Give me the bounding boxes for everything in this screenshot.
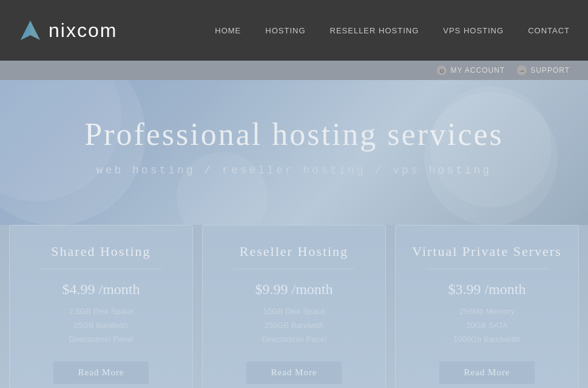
reseller-read-more-button[interactable]: Read More: [246, 361, 342, 384]
svg-marker-1: [21, 21, 30, 40]
shared-feature-2: 25GB Bandwith: [25, 321, 177, 330]
vps-divider: [426, 269, 548, 269]
sub-navbar: ☺ MY ACCOUNT → SUPPORT: [0, 61, 588, 80]
reseller-feature-2: 250GB Bandwith: [218, 321, 370, 330]
person-icon: ☺: [437, 65, 447, 75]
logo-icon: [18, 18, 42, 42]
support-link[interactable]: → SUPPORT: [517, 65, 570, 75]
shared-feature-1: 2.5GB Disk Space: [25, 307, 177, 316]
reseller-feature-1: 10GB Disk Space: [218, 307, 370, 316]
nav-hosting[interactable]: HOSTING: [265, 26, 305, 35]
vps-title: Virtual Private Servers: [411, 244, 563, 259]
vps-feature-2: 20GB SATA: [411, 321, 563, 330]
logo[interactable]: nixcom: [18, 18, 117, 42]
reseller-hosting-title: Reseller Hosting: [218, 244, 370, 259]
cards-grid: Shared Hosting $4.99 /month 2.5GB Disk S…: [9, 225, 579, 388]
reseller-divider: [233, 269, 355, 269]
vps-price: $3.99 /month: [411, 281, 563, 298]
my-account-link[interactable]: ☺ MY ACCOUNT: [437, 65, 505, 75]
nav-links: HOME HOSTING RESELLER HOSTING VPS HOSTIN…: [215, 26, 570, 35]
vps-read-more-button[interactable]: Read More: [439, 361, 535, 384]
reseller-feature-3: Directadmin Panel: [218, 335, 370, 344]
nav-reseller-hosting[interactable]: RESELLER HOSTING: [330, 26, 419, 35]
cards-section: Shared Hosting $4.99 /month 2.5GB Disk S…: [0, 225, 588, 388]
hero-section: Professional hosting services web hostin…: [0, 80, 588, 225]
vps-card: Virtual Private Servers $3.99 /month 256…: [395, 225, 579, 388]
shared-price: $4.99 /month: [25, 281, 177, 298]
nav-contact[interactable]: CONTACT: [528, 26, 570, 35]
vps-feature-3: 1000Gb Bandwidth: [411, 335, 563, 344]
my-account-label: MY ACCOUNT: [450, 66, 505, 75]
navbar: nixcom HOME HOSTING RESELLER HOSTING VPS…: [0, 0, 588, 61]
nav-vps-hosting[interactable]: VPS HOSTING: [443, 26, 504, 35]
arrow-icon: →: [517, 65, 527, 75]
shared-hosting-card: Shared Hosting $4.99 /month 2.5GB Disk S…: [9, 225, 193, 388]
nav-home[interactable]: HOME: [215, 26, 241, 35]
shared-divider: [40, 269, 162, 269]
vps-feature-1: 256Mb Memory: [411, 307, 563, 316]
reseller-hosting-card: Reseller Hosting $9.99 /month 10GB Disk …: [202, 225, 386, 388]
shared-read-more-button[interactable]: Read More: [53, 361, 149, 384]
reseller-price: $9.99 /month: [218, 281, 370, 298]
logo-text: nixcom: [49, 19, 117, 42]
support-label: SUPPORT: [530, 66, 570, 75]
shared-feature-3: Directadmin Panel: [25, 335, 177, 344]
shared-hosting-title: Shared Hosting: [25, 244, 177, 259]
